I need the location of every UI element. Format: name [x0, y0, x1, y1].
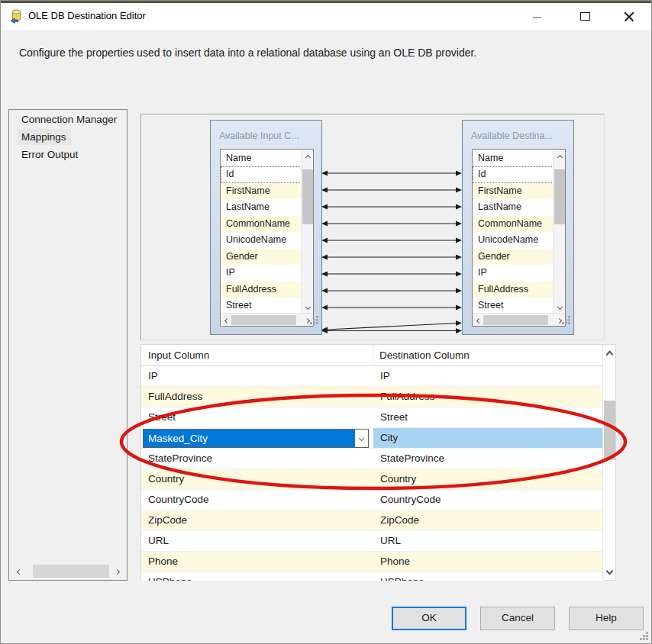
destination-list-vertical-scrollbar[interactable] — [553, 150, 565, 314]
input-column-header[interactable]: Input Column — [148, 349, 209, 361]
listbox-resize-grip[interactable] — [309, 316, 318, 325]
scrollbar-thumb[interactable] — [302, 169, 313, 224]
destination-column-cell[interactable]: City — [373, 428, 604, 448]
destination-column-header[interactable]: Destination Column — [379, 349, 470, 361]
scroll-up-icon[interactable] — [302, 151, 314, 163]
column-list-item[interactable]: Street — [221, 298, 302, 314]
destination-column-cell[interactable]: ZipCode — [373, 510, 604, 530]
available-destination-columns-title: Available Destina... — [471, 130, 553, 141]
destination-column-value: FullAddress — [380, 391, 434, 402]
column-list-item[interactable]: Id — [473, 166, 554, 183]
destination-column-cell[interactable]: CountryCode — [373, 490, 604, 510]
mapping-row[interactable]: StateProvinceStateProvince — [141, 449, 604, 469]
name-column-header[interactable]: Name — [221, 150, 302, 166]
grid-scrollbar-thumb[interactable] — [604, 401, 615, 460]
destination-column-cell[interactable]: IP — [373, 366, 604, 386]
destination-column-cell[interactable]: Country — [373, 469, 604, 489]
window-resize-grip[interactable] — [639, 632, 648, 641]
input-column-cell[interactable]: Street — [141, 407, 373, 427]
input-column-value: USPhone — [148, 576, 192, 581]
sidebar-horizontal-scrollbar[interactable] — [10, 563, 126, 579]
listbox-resize-grip[interactable] — [561, 316, 570, 325]
scrollbar-thumb[interactable] — [554, 169, 565, 224]
column-list-item[interactable]: CommonName — [221, 216, 302, 233]
maximize-button[interactable] — [568, 3, 602, 30]
input-column-combobox[interactable]: Masked_City — [143, 429, 369, 448]
scroll-down-icon[interactable] — [302, 301, 314, 313]
scroll-down-icon[interactable] — [554, 301, 566, 313]
mapping-row[interactable]: Masked_CityCity — [141, 428, 604, 449]
column-list-item[interactable]: CommonName — [473, 216, 554, 233]
column-list-item[interactable]: LastName — [473, 199, 554, 216]
scrollbar-thumb[interactable] — [231, 315, 296, 325]
column-list-item[interactable]: Street — [473, 298, 554, 314]
mapping-row[interactable]: IPIP — [141, 366, 604, 387]
mapping-row[interactable]: CountryCodeCountryCode — [141, 490, 604, 510]
destination-column-cell[interactable]: Street — [373, 407, 604, 427]
grid-vertical-scrollbar[interactable] — [602, 345, 615, 580]
input-column-cell[interactable]: Country — [141, 469, 373, 489]
mapping-row[interactable]: FullAddressFullAddress — [141, 387, 604, 407]
scroll-left-icon[interactable] — [13, 565, 25, 578]
sidebar-item-mappings[interactable]: Mappings — [17, 129, 127, 145]
available-input-columns-listbox[interactable]: Available Input C... Name IdFirstNameLas… — [210, 120, 322, 335]
scroll-up-icon[interactable] — [603, 348, 615, 360]
available-destination-columns-listbox[interactable]: Available Destina... Name IdFirstNameLas… — [462, 120, 574, 335]
column-list-item[interactable]: IP — [221, 265, 302, 282]
column-list-item[interactable]: Gender — [221, 249, 302, 266]
name-column-header[interactable]: Name — [473, 150, 554, 166]
scroll-right-icon[interactable] — [111, 565, 123, 578]
input-list-horizontal-scrollbar[interactable] — [221, 313, 313, 326]
scroll-up-icon[interactable] — [554, 151, 566, 163]
sidebar-scrollbar-thumb[interactable] — [33, 565, 109, 578]
sidebar-item-error-output[interactable]: Error Output — [17, 147, 127, 163]
scroll-down-icon[interactable] — [603, 565, 615, 577]
column-list-item[interactable]: IP — [473, 265, 554, 282]
column-list-item[interactable]: UnicodeName — [221, 232, 302, 249]
mapping-row[interactable]: USPhoneUSPhone — [141, 572, 604, 581]
input-column-cell[interactable]: Phone — [141, 552, 373, 572]
input-column-cell[interactable]: StateProvince — [141, 449, 373, 469]
column-list-item[interactable]: FirstName — [221, 183, 302, 200]
cancel-button[interactable]: Cancel — [480, 607, 555, 630]
column-list-item[interactable]: Id — [221, 166, 302, 183]
mapping-row[interactable]: ZipCodeZipCode — [141, 510, 604, 531]
column-list-item[interactable]: FirstName — [473, 183, 554, 200]
mapping-row[interactable]: CountryCountry — [141, 469, 604, 490]
destination-column-cell[interactable]: StateProvince — [373, 449, 604, 469]
sidebar-item-label: Error Output — [17, 147, 82, 163]
help-button[interactable]: Help — [569, 607, 644, 630]
titlebar[interactable]: OLE DB Destination Editor — [1, 3, 652, 30]
scrollbar-thumb[interactable] — [483, 315, 548, 325]
input-column-value: URL — [148, 535, 169, 546]
mapping-row[interactable]: URLURL — [141, 531, 604, 552]
destination-column-cell[interactable]: FullAddress — [373, 387, 604, 407]
close-button[interactable] — [612, 3, 646, 30]
input-column-cell[interactable]: USPhone — [141, 572, 373, 581]
minimize-button[interactable] — [520, 3, 554, 30]
column-list-item[interactable]: FullAddress — [473, 282, 554, 298]
sidebar-item-connection-manager[interactable]: Connection Manager — [17, 111, 127, 127]
input-column-cell[interactable]: CountryCode — [141, 490, 373, 510]
column-list-item[interactable]: Gender — [473, 249, 554, 266]
destination-column-cell[interactable]: USPhone — [373, 572, 604, 581]
input-column-cell[interactable]: ZipCode — [141, 510, 373, 530]
destination-column-cell[interactable]: URL — [373, 531, 604, 551]
chevron-down-icon[interactable] — [355, 430, 368, 447]
input-column-cell[interactable]: Masked_City — [141, 428, 373, 448]
column-list-item[interactable]: FullAddress — [221, 282, 302, 298]
available-input-columns-title: Available Input C... — [219, 130, 299, 141]
destination-list-horizontal-scrollbar[interactable] — [473, 313, 565, 326]
mapping-row[interactable]: PhonePhone — [141, 552, 604, 572]
mapping-row[interactable]: StreetStreet — [141, 407, 604, 428]
input-column-cell[interactable]: URL — [141, 531, 373, 551]
input-column-value: Street — [148, 411, 176, 423]
sidebar-item-label: Connection Manager — [17, 111, 121, 127]
destination-column-cell[interactable]: Phone — [373, 552, 604, 572]
column-list-item[interactable]: LastName — [221, 199, 302, 216]
input-column-cell[interactable]: IP — [141, 366, 373, 386]
ok-button[interactable]: OK — [392, 607, 466, 630]
input-column-cell[interactable]: FullAddress — [141, 387, 373, 407]
input-list-vertical-scrollbar[interactable] — [301, 150, 313, 314]
column-list-item[interactable]: UnicodeName — [473, 232, 554, 249]
